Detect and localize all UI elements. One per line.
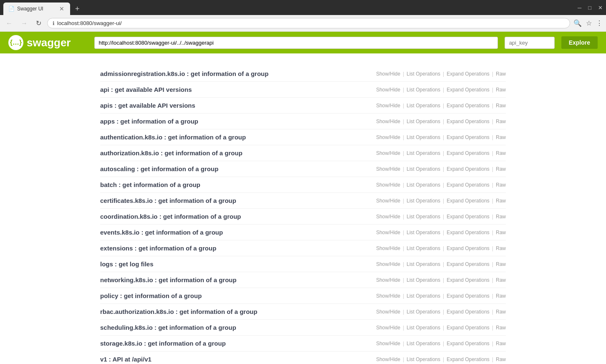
list-operations-link[interactable]: List Operations	[407, 261, 440, 267]
expand-operations-link[interactable]: Expand Operations	[447, 87, 490, 93]
raw-link[interactable]: Raw	[496, 230, 506, 235]
expand-operations-link[interactable]: Expand Operations	[447, 71, 490, 77]
forward-button[interactable]: →	[18, 19, 30, 28]
raw-link[interactable]: Raw	[496, 103, 506, 109]
show-hide-link[interactable]: Show/Hide	[376, 325, 400, 331]
show-hide-link[interactable]: Show/Hide	[376, 103, 400, 109]
show-hide-link[interactable]: Show/Hide	[376, 119, 400, 124]
raw-link[interactable]: Raw	[496, 198, 506, 204]
expand-operations-link[interactable]: Expand Operations	[447, 119, 490, 124]
expand-operations-link[interactable]: Expand Operations	[447, 230, 490, 235]
expand-operations-link[interactable]: Expand Operations	[447, 293, 490, 299]
raw-link[interactable]: Raw	[496, 309, 506, 315]
active-tab[interactable]: 📄 Swagger UI ✕	[3, 3, 70, 15]
raw-link[interactable]: Raw	[496, 150, 506, 156]
show-hide-link[interactable]: Show/Hide	[376, 293, 400, 299]
expand-operations-link[interactable]: Expand Operations	[447, 166, 490, 172]
separator: |	[492, 245, 493, 251]
bookmark-icon[interactable]: ☆	[586, 19, 592, 27]
list-operations-link[interactable]: List Operations	[407, 356, 440, 362]
raw-link[interactable]: Raw	[496, 356, 506, 362]
raw-link[interactable]: Raw	[496, 277, 506, 283]
raw-link[interactable]: Raw	[496, 182, 506, 188]
expand-operations-link[interactable]: Expand Operations	[447, 277, 490, 283]
show-hide-link[interactable]: Show/Hide	[376, 341, 400, 346]
expand-operations-link[interactable]: Expand Operations	[447, 150, 490, 156]
show-hide-link[interactable]: Show/Hide	[376, 134, 400, 140]
separator: |	[492, 356, 493, 362]
list-operations-link[interactable]: List Operations	[407, 325, 440, 331]
new-tab-button[interactable]: +	[73, 5, 82, 13]
api-resource-row: api : get available API versions Show/Hi…	[100, 82, 506, 98]
expand-operations-link[interactable]: Expand Operations	[447, 182, 490, 188]
list-operations-link[interactable]: List Operations	[407, 341, 440, 346]
back-button[interactable]: ←	[3, 19, 15, 28]
raw-link[interactable]: Raw	[496, 87, 506, 93]
raw-link[interactable]: Raw	[496, 293, 506, 299]
show-hide-link[interactable]: Show/Hide	[376, 198, 400, 204]
swagger-apikey-input[interactable]	[505, 37, 555, 49]
list-operations-link[interactable]: List Operations	[407, 71, 440, 77]
show-hide-link[interactable]: Show/Hide	[376, 71, 400, 77]
expand-operations-link[interactable]: Expand Operations	[447, 214, 490, 220]
raw-link[interactable]: Raw	[496, 325, 506, 331]
raw-link[interactable]: Raw	[496, 214, 506, 220]
tab-close-button[interactable]: ✕	[58, 5, 65, 12]
expand-operations-link[interactable]: Expand Operations	[447, 341, 490, 346]
list-operations-link[interactable]: List Operations	[407, 87, 440, 93]
raw-link[interactable]: Raw	[496, 166, 506, 172]
list-operations-link[interactable]: List Operations	[407, 214, 440, 220]
list-operations-link[interactable]: List Operations	[407, 182, 440, 188]
expand-operations-link[interactable]: Expand Operations	[447, 309, 490, 315]
list-operations-link[interactable]: List Operations	[407, 277, 440, 283]
swagger-url-input[interactable]	[94, 37, 498, 49]
raw-link[interactable]: Raw	[496, 341, 506, 346]
list-operations-link[interactable]: List Operations	[407, 293, 440, 299]
raw-link[interactable]: Raw	[496, 261, 506, 267]
search-icon[interactable]: 🔍	[573, 19, 582, 27]
list-operations-link[interactable]: List Operations	[407, 230, 440, 235]
separator: |	[443, 356, 444, 362]
raw-link[interactable]: Raw	[496, 134, 506, 140]
list-operations-link[interactable]: List Operations	[407, 119, 440, 124]
list-operations-link[interactable]: List Operations	[407, 134, 440, 140]
menu-icon[interactable]: ⋮	[596, 19, 603, 27]
show-hide-link[interactable]: Show/Hide	[376, 87, 400, 93]
expand-operations-link[interactable]: Expand Operations	[447, 103, 490, 109]
separator: |	[443, 182, 444, 188]
expand-operations-link[interactable]: Expand Operations	[447, 198, 490, 204]
expand-operations-link[interactable]: Expand Operations	[447, 134, 490, 140]
window-close-button[interactable]: ✕	[598, 5, 603, 11]
show-hide-link[interactable]: Show/Hide	[376, 245, 400, 251]
list-operations-link[interactable]: List Operations	[407, 103, 440, 109]
show-hide-link[interactable]: Show/Hide	[376, 214, 400, 220]
raw-link[interactable]: Raw	[496, 245, 506, 251]
list-operations-link[interactable]: List Operations	[407, 198, 440, 204]
show-hide-link[interactable]: Show/Hide	[376, 166, 400, 172]
minimize-button[interactable]: ─	[578, 5, 581, 11]
expand-operations-link[interactable]: Expand Operations	[447, 356, 490, 362]
show-hide-link[interactable]: Show/Hide	[376, 309, 400, 315]
show-hide-link[interactable]: Show/Hide	[376, 230, 400, 235]
list-operations-link[interactable]: List Operations	[407, 150, 440, 156]
show-hide-link[interactable]: Show/Hide	[376, 182, 400, 188]
show-hide-link[interactable]: Show/Hide	[376, 261, 400, 267]
show-hide-link[interactable]: Show/Hide	[376, 150, 400, 156]
api-resource-title: autoscaling : get information of a group	[100, 165, 376, 172]
raw-link[interactable]: Raw	[496, 71, 506, 77]
reload-button[interactable]: ↻	[33, 18, 44, 28]
show-hide-link[interactable]: Show/Hide	[376, 356, 400, 362]
list-operations-link[interactable]: List Operations	[407, 245, 440, 251]
list-operations-link[interactable]: List Operations	[407, 166, 440, 172]
expand-operations-link[interactable]: Expand Operations	[447, 261, 490, 267]
api-resource-row: v1 : API at /api/v1 Show/Hide | List Ope…	[100, 351, 506, 364]
show-hide-link[interactable]: Show/Hide	[376, 277, 400, 283]
maximize-button[interactable]: □	[588, 5, 591, 11]
address-bar[interactable]: ℹ localhost:8080/swagger-ui/	[47, 18, 570, 28]
raw-link[interactable]: Raw	[496, 119, 506, 124]
expand-operations-link[interactable]: Expand Operations	[447, 245, 490, 251]
explore-button[interactable]: Explore	[561, 36, 598, 49]
separator: |	[403, 182, 404, 188]
expand-operations-link[interactable]: Expand Operations	[447, 325, 490, 331]
list-operations-link[interactable]: List Operations	[407, 309, 440, 315]
